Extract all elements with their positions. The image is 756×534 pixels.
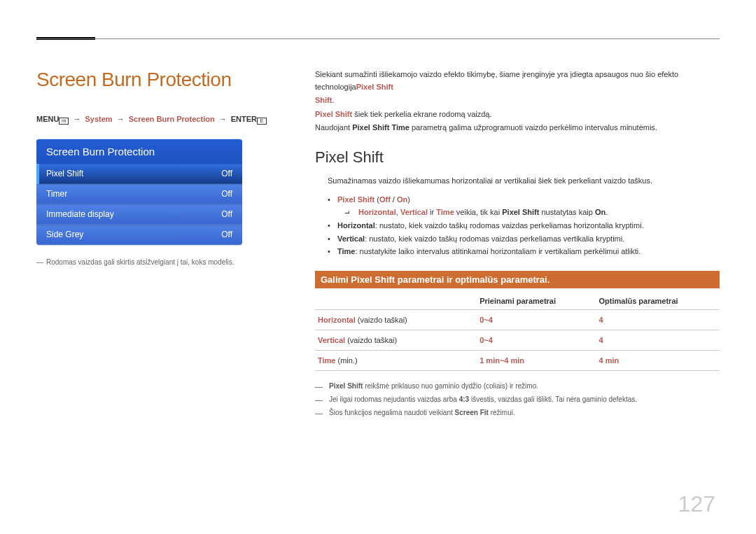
panel-title: Screen Burn Protection <box>36 139 242 164</box>
panel-row-pixel-shift[interactable]: Pixel Shift Off <box>36 164 242 184</box>
footnote-text: Rodomas vaizdas gali skirtis atsižvelgia… <box>46 258 234 266</box>
table-row: Horizontal (vaizdo taškai) 0~4 4 <box>315 310 720 330</box>
intro-p1-end: Shift. <box>315 94 720 107</box>
row-label: Immediate display <box>46 209 114 219</box>
row-value: Off <box>221 189 232 199</box>
bottom-footnotes: Pixel Shift reikšmė priklauso nuo gamini… <box>315 379 720 419</box>
table-row: Vertical (vaizdo taškai) 0~4 4 <box>315 330 720 351</box>
page-number: 127 <box>678 491 715 517</box>
footnote-2: Jei ilgai rodomas nejudantis vaizdas arb… <box>315 393 720 406</box>
panel-row-timer[interactable]: Timer Off <box>36 184 242 204</box>
right-column: Siekiant sumažinti išliekamojo vaizdo ef… <box>315 69 720 419</box>
row-label: Side Grey <box>46 230 83 239</box>
breadcrumb-system: System <box>85 115 113 123</box>
arrow-icon: → <box>219 115 227 123</box>
bullet-horizontal: Horizontal: nustato, kiek vaizdo taškų r… <box>328 219 720 232</box>
top-rule <box>36 38 720 39</box>
orange-subheading: Galimi Pixel Shift parametrai ir optimal… <box>315 271 720 288</box>
bullet-time: Time: nustatykite laiko intervalus atiti… <box>328 245 720 258</box>
panel-row-immediate[interactable]: Immediate display Off <box>36 204 242 225</box>
settings-panel: Screen Burn Protection Pixel Shift Off T… <box>36 139 242 245</box>
breadcrumb-enter: ENTER <box>231 115 257 123</box>
breadcrumb-menu: MENU <box>36 115 59 123</box>
footnote-3: Šios funkcijos negalima naudoti veikiant… <box>315 406 720 419</box>
row-label: Timer <box>46 189 67 199</box>
table-row: Time (min.) 1 min~4 min 4 min <box>315 351 720 371</box>
footnote-1: Pixel Shift reikšmė priklauso nuo gamini… <box>315 379 720 393</box>
pixel-shift-heading: Pixel Shift <box>315 148 720 167</box>
panel-row-side-grey[interactable]: Side Grey Off <box>36 225 242 245</box>
left-footnote: ―Rodomas vaizdas gali skirtis atsižvelgi… <box>36 258 288 267</box>
intro-p2: Pixel Shift šiek tiek perkelia ekrane ro… <box>315 108 720 121</box>
row-value: Off <box>221 209 232 219</box>
row-value: Off <box>221 230 232 239</box>
intro-p1: Siekiant sumažinti išliekamojo vaizdo ef… <box>315 69 720 93</box>
th-available: Prieinami parametrai <box>477 293 596 310</box>
bullet-vertical: Vertical: nustato, kiek vaizdo taškų rod… <box>328 232 720 246</box>
bullet-pixel-shift: Pixel Shift (Off / On) <box>328 193 720 206</box>
breadcrumb-sbp: Screen Burn Protection <box>129 115 215 123</box>
pixel-shift-desc: Sumažinamas vaizdo išliekamumas horizont… <box>328 175 720 188</box>
sub-note: Horizontal, Vertical ir Time veikia, tik… <box>344 206 720 219</box>
enter-icon: E <box>257 118 267 125</box>
menu-icon: m <box>59 118 69 125</box>
breadcrumb: MENUm → System → Screen Burn Protection … <box>36 113 288 126</box>
intro-p3: Naudojant Pixel Shift Time parametrą gal… <box>315 122 720 134</box>
params-table: Prieinami parametrai Optimalūs parametra… <box>315 293 720 371</box>
th-optimal: Optimalūs parametrai <box>596 293 720 310</box>
left-column: Screen Burn Protection MENUm → System → … <box>36 69 288 267</box>
page-title: Screen Burn Protection <box>36 69 288 91</box>
row-value: Off <box>221 169 232 178</box>
arrow-icon: → <box>73 115 80 123</box>
row-label: Pixel Shift <box>46 169 83 178</box>
arrow-icon: → <box>117 115 125 123</box>
